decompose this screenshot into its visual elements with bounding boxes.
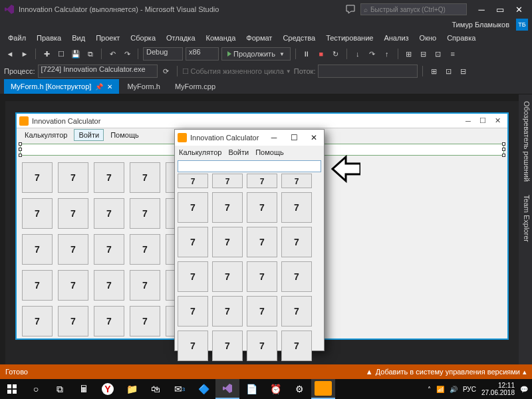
nav-fwd-icon[interactable]: ► — [19, 48, 31, 60]
vcs-add-link[interactable]: ▲ Добавить в систему управления версиями… — [366, 368, 527, 376]
redo-icon[interactable]: ↷ — [121, 48, 133, 60]
taskbar-mail-icon[interactable]: ✉3 — [168, 379, 192, 399]
tool-icon-3[interactable]: ⊡ — [432, 48, 444, 60]
saveall-icon[interactable]: ⧉ — [84, 48, 96, 60]
user-name[interactable]: Тимур Бламыков — [448, 21, 513, 29]
df-button[interactable]: 7 — [58, 270, 88, 301]
menu-средства[interactable]: Средства — [279, 33, 319, 43]
designer-surface[interactable]: Innovation Calculator ─ ☐ ✕ КалькуляторВ… — [5, 101, 519, 379]
search-icon[interactable]: ○ — [24, 379, 48, 399]
menu-анализ[interactable]: Анализ — [380, 33, 412, 43]
notify-icon[interactable] — [346, 5, 355, 14]
menu-тестирование[interactable]: Тестирование — [322, 33, 377, 43]
step-over-icon[interactable]: ↷ — [366, 48, 378, 60]
lifecycle-combo[interactable]: ☐ События жизненного цикла ▼ — [182, 67, 291, 76]
rw-button[interactable]: 7 — [247, 192, 277, 223]
minimize-button[interactable]: ─ — [472, 5, 491, 15]
rw-button[interactable]: 7 — [212, 261, 243, 292]
rw-button[interactable]: 7 — [178, 331, 208, 361]
rw-button[interactable]: 7 — [247, 296, 277, 327]
platform-combo[interactable]: x86 — [186, 47, 219, 61]
close-button[interactable]: ✕ — [509, 5, 528, 15]
rw-button[interactable]: 7 — [178, 261, 208, 292]
df-button[interactable]: 7 — [22, 234, 53, 265]
menu-вид[interactable]: Вид — [68, 33, 89, 43]
tab-myform-h-[interactable]: MyForm.h [Конструктор]📌✕ — [4, 79, 119, 94]
df-button[interactable]: 7 — [94, 306, 124, 336]
rw-menu-помощь[interactable]: Помощь — [255, 148, 284, 156]
undo-icon[interactable]: ↶ — [106, 48, 118, 60]
save-icon[interactable]: 💾 — [70, 48, 82, 60]
rw-display-textbox[interactable] — [178, 160, 321, 172]
taskbar-running-app-icon[interactable] — [311, 379, 335, 399]
rw-minimize-button[interactable]: ─ — [264, 130, 284, 146]
rw-maximize-button[interactable]: ☐ — [284, 130, 304, 146]
tray-volume-icon[interactable]: 🔊 — [450, 386, 458, 393]
new-icon[interactable]: ✚ — [41, 48, 53, 60]
taskbar-alarm-icon[interactable]: ⏰ — [263, 379, 287, 399]
tray-chevron-icon[interactable]: ˄ — [428, 386, 431, 393]
taskbar-yandex-icon[interactable]: Y — [96, 379, 120, 399]
rw-button[interactable]: 7 — [247, 261, 277, 292]
rw-button[interactable]: 7 — [212, 296, 243, 327]
rw-button[interactable]: 7 — [281, 174, 312, 188]
rw-menu-калькулятор[interactable]: Калькулятор — [179, 148, 221, 156]
tool-icon-1[interactable]: ⊞ — [403, 48, 415, 60]
frame-icon[interactable]: ⊞ — [428, 65, 440, 77]
df-menu-калькулятор[interactable]: Калькулятор — [21, 130, 71, 140]
rw-menu-войти[interactable]: Войти — [228, 148, 249, 156]
menu-окно[interactable]: Окно — [416, 33, 441, 43]
rw-button[interactable]: 7 — [178, 192, 208, 223]
df-button[interactable]: 7 — [130, 162, 160, 193]
menu-справка[interactable]: Справка — [443, 33, 479, 43]
menu-отладка[interactable]: Отладка — [162, 33, 199, 43]
rw-button[interactable]: 7 — [281, 227, 312, 257]
df-menu-войти[interactable]: Войти — [74, 129, 104, 141]
tray-notifications-icon[interactable]: 💬 — [520, 386, 528, 393]
df-button[interactable]: 7 — [58, 198, 88, 229]
rw-button[interactable]: 7 — [281, 261, 312, 292]
rw-titlebar[interactable]: Innovation Calculator ─ ☐ ✕ — [175, 130, 324, 146]
df-button[interactable]: 7 — [22, 198, 53, 229]
rw-close-button[interactable]: ✕ — [304, 130, 324, 146]
pause-icon[interactable]: ⏸ — [301, 48, 313, 60]
taskbar-explorer-icon[interactable]: 📁 — [120, 379, 144, 399]
taskbar-notepad-icon[interactable]: 📄 — [239, 379, 263, 399]
rw-button[interactable]: 7 — [212, 192, 243, 223]
menu-файл[interactable]: Файл — [4, 33, 30, 43]
df-menu-помощь[interactable]: Помощь — [106, 130, 143, 140]
taskbar-store-icon[interactable]: 🛍 — [144, 379, 168, 399]
quick-launch-input[interactable]: ⌕ Быстрый запуск (Ctrl+Q) — [360, 3, 467, 15]
menu-сборка[interactable]: Сборка — [126, 33, 160, 43]
tab-myform-h[interactable]: MyForm.h — [120, 79, 167, 94]
df-button[interactable]: 7 — [22, 162, 53, 193]
rw-button[interactable]: 7 — [281, 331, 312, 361]
attach-icon[interactable]: ⟳ — [160, 65, 172, 77]
process-combo[interactable]: [7224] Innovation Calculator.exe — [38, 65, 158, 78]
df-button[interactable]: 7 — [130, 198, 160, 229]
menu-проект[interactable]: Проект — [92, 33, 124, 43]
df-button[interactable]: 7 — [130, 270, 160, 301]
continue-button[interactable]: Продолжить▼ — [221, 47, 291, 61]
df-button[interactable]: 7 — [94, 270, 124, 301]
menu-правка[interactable]: Правка — [33, 33, 65, 43]
rw-button[interactable]: 7 — [247, 227, 277, 257]
step-into-icon[interactable]: ↓ — [352, 48, 364, 60]
frame-icon-2[interactable]: ⊡ — [442, 65, 454, 77]
tool-icon-4[interactable]: ≡ — [447, 48, 459, 60]
tool-icon-2[interactable]: ⊟ — [418, 48, 430, 60]
nav-back-icon[interactable]: ◄ — [4, 48, 16, 60]
restart-icon[interactable]: ↻ — [330, 48, 342, 60]
df-button[interactable]: 7 — [22, 306, 53, 336]
df-button[interactable]: 7 — [94, 162, 124, 193]
df-button[interactable]: 7 — [94, 234, 124, 265]
df-button[interactable]: 7 — [58, 306, 88, 336]
rw-button[interactable]: 7 — [247, 331, 277, 361]
system-tray[interactable]: ˄ 📶 🔊 РУС 12:11 27.06.2018 💬 — [428, 382, 532, 396]
tray-clock[interactable]: 12:11 27.06.2018 — [481, 382, 515, 396]
rw-button[interactable]: 7 — [247, 174, 277, 188]
df-button[interactable]: 7 — [58, 234, 88, 265]
side-tab-обозреватель-решений[interactable]: Обозреватель решений — [519, 98, 532, 184]
taskbar-settings-icon[interactable]: ⚙ — [287, 379, 311, 399]
rw-button[interactable]: 7 — [281, 192, 312, 223]
